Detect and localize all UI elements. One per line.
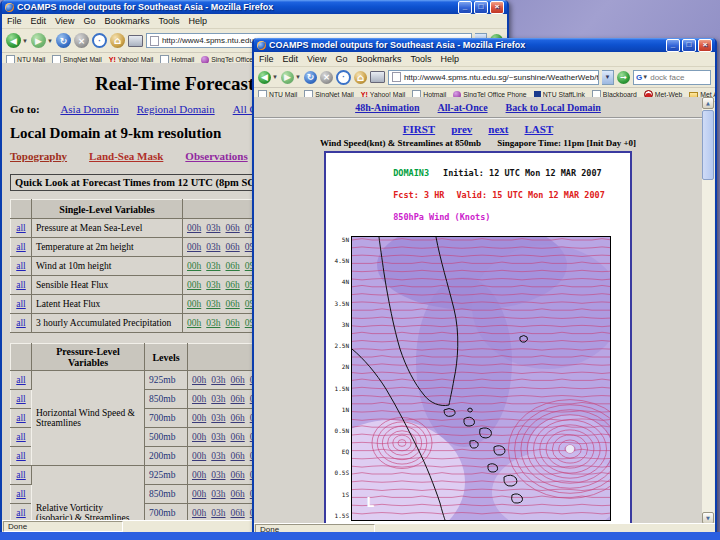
forecast-time-link[interactable]: 00h xyxy=(187,299,201,309)
all-times-link[interactable]: all xyxy=(16,489,26,499)
fg-url-dropdown[interactable]: ▼ xyxy=(602,70,614,85)
close-button[interactable]: × xyxy=(490,1,504,14)
forecast-time-link[interactable]: 06h xyxy=(231,470,245,480)
all-times-link[interactable]: all xyxy=(16,394,26,404)
home-button[interactable]: ⌂ xyxy=(354,71,367,84)
link-prev[interactable]: prev xyxy=(451,123,472,135)
pressure-level[interactable]: 925mb xyxy=(145,371,188,390)
forecast-time-link[interactable]: 00h xyxy=(192,508,206,518)
all-times-link[interactable]: all xyxy=(16,508,26,518)
bookmark-yahoo-mail[interactable]: Yahoo! Mail xyxy=(109,56,153,63)
menu-help[interactable]: Help xyxy=(188,16,207,26)
forecast-time-link[interactable]: 06h xyxy=(231,508,245,518)
pressure-level[interactable]: 500mb xyxy=(145,428,188,447)
forecast-time-link[interactable]: 03h xyxy=(211,413,225,423)
search-engine-dropdown[interactable]: ▼ xyxy=(642,74,648,80)
forecast-time-link[interactable]: 03h xyxy=(206,318,220,328)
forward-button[interactable]: ▶ xyxy=(281,71,294,84)
forecast-time-link[interactable]: 00h xyxy=(192,413,206,423)
forecast-time-link[interactable]: 00h xyxy=(192,489,206,499)
link-next[interactable]: next xyxy=(488,123,508,135)
forecast-time-link[interactable]: 03h xyxy=(211,375,225,385)
forecast-time-link[interactable]: 06h xyxy=(231,375,245,385)
forecast-time-link[interactable]: 00h xyxy=(187,242,201,252)
forecast-time-link[interactable]: 03h xyxy=(211,451,225,461)
maximize-button[interactable]: □ xyxy=(682,39,696,52)
forecast-time-link[interactable]: 03h xyxy=(206,223,220,233)
menu-go[interactable]: Go xyxy=(335,54,347,64)
forecast-time-link[interactable]: 03h xyxy=(211,432,225,442)
history-clock-icon[interactable]: · xyxy=(92,33,107,48)
link-first[interactable]: FIRST xyxy=(403,123,435,135)
menu-help[interactable]: Help xyxy=(440,54,459,64)
pressure-level[interactable]: 850mb xyxy=(145,390,188,409)
forecast-time-link[interactable]: 06h xyxy=(226,242,240,252)
print-button[interactable] xyxy=(128,35,143,47)
forecast-time-link[interactable]: 00h xyxy=(192,470,206,480)
pressure-level[interactable]: 925mb xyxy=(145,466,188,485)
search-box[interactable]: G ▼ dock face xyxy=(633,70,711,85)
back-button[interactable]: ◀ xyxy=(258,71,271,84)
print-button[interactable] xyxy=(370,71,385,83)
menu-bookmarks[interactable]: Bookmarks xyxy=(356,54,401,64)
forecast-time-link[interactable]: 06h xyxy=(231,413,245,423)
menu-file[interactable]: File xyxy=(7,16,22,26)
link-48h-animation[interactable]: 48h-Animation xyxy=(355,102,419,113)
forecast-time-link[interactable]: 06h xyxy=(231,451,245,461)
forecast-time-link[interactable]: 03h xyxy=(206,242,220,252)
scroll-up-arrow-icon[interactable]: ▲ xyxy=(702,97,714,109)
pressure-level[interactable]: 200mb xyxy=(145,447,188,466)
forecast-time-link[interactable]: 03h xyxy=(211,489,225,499)
forward-dropdown-icon[interactable]: ▼ xyxy=(295,74,301,80)
forecast-time-link[interactable]: 03h xyxy=(211,394,225,404)
menu-file[interactable]: File xyxy=(259,54,274,64)
history-clock-icon[interactable]: · xyxy=(336,70,351,85)
forecast-time-link[interactable]: 00h xyxy=(192,432,206,442)
menu-tools[interactable]: Tools xyxy=(410,54,431,64)
link-asia-domain[interactable]: Asia Domain xyxy=(60,103,118,115)
close-button[interactable]: × xyxy=(698,39,712,52)
all-times-link[interactable]: all xyxy=(16,299,26,309)
forecast-time-link[interactable]: 00h xyxy=(192,451,206,461)
all-times-link[interactable]: all xyxy=(16,413,26,423)
all-times-link[interactable]: all xyxy=(16,223,26,233)
fg-titlebar[interactable]: COAMPS model outputs for Southeast Asia … xyxy=(254,38,715,52)
all-times-link[interactable]: all xyxy=(16,432,26,442)
link-topography[interactable]: Topography xyxy=(10,150,67,162)
link-back-to-local-domain[interactable]: Back to Local Domain xyxy=(506,102,601,113)
forecast-time-link[interactable]: 03h xyxy=(206,261,220,271)
all-times-link[interactable]: all xyxy=(16,470,26,480)
menu-view[interactable]: View xyxy=(307,54,326,64)
menu-tools[interactable]: Tools xyxy=(158,16,179,26)
home-button[interactable]: ⌂ xyxy=(110,33,125,48)
reload-button[interactable]: ↻ xyxy=(56,33,71,48)
all-times-link[interactable]: all xyxy=(16,375,26,385)
pressure-level[interactable]: 700mb xyxy=(145,504,188,522)
pressure-level[interactable]: 700mb xyxy=(145,409,188,428)
link-regional-domain[interactable]: Regional Domain xyxy=(137,103,215,115)
forecast-time-link[interactable]: 03h xyxy=(211,508,225,518)
menu-edit[interactable]: Edit xyxy=(31,16,47,26)
stop-button[interactable]: × xyxy=(74,33,89,48)
all-times-link[interactable]: all xyxy=(16,280,26,290)
all-times-link[interactable]: all xyxy=(16,451,26,461)
forecast-time-link[interactable]: 06h xyxy=(226,299,240,309)
minimize-button[interactable]: _ xyxy=(666,39,680,52)
link-observations[interactable]: Observations xyxy=(185,150,247,162)
forecast-time-link[interactable]: 06h xyxy=(226,318,240,328)
forecast-time-link[interactable]: 00h xyxy=(192,394,206,404)
forecast-time-link[interactable]: 03h xyxy=(206,299,220,309)
menu-bookmarks[interactable]: Bookmarks xyxy=(104,16,149,26)
forecast-time-link[interactable]: 00h xyxy=(187,280,201,290)
forecast-time-link[interactable]: 06h xyxy=(231,394,245,404)
minimize-button[interactable]: _ xyxy=(458,1,472,14)
forecast-time-link[interactable]: 06h xyxy=(226,280,240,290)
link-land-sea-mask[interactable]: Land-Sea Mask xyxy=(89,150,163,162)
go-button[interactable]: → xyxy=(617,71,630,84)
link-last[interactable]: LAST xyxy=(525,123,554,135)
vertical-scrollbar[interactable]: ▲ ▼ xyxy=(702,97,714,524)
forward-dropdown-icon[interactable]: ▼ xyxy=(47,38,53,44)
menu-edit[interactable]: Edit xyxy=(283,54,299,64)
forecast-time-link[interactable]: 00h xyxy=(187,318,201,328)
all-times-link[interactable]: all xyxy=(16,242,26,252)
